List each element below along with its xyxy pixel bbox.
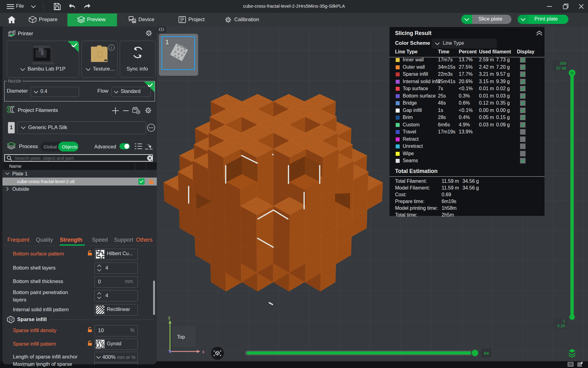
svg-text:x: x	[202, 349, 205, 354]
svg-text:57.48: 57.48	[556, 66, 566, 71]
svg-text:1: 1	[563, 319, 565, 323]
svg-text:0.20: 0.20	[557, 324, 565, 328]
svg-text:94: 94	[484, 351, 489, 356]
svg-text:359: 359	[560, 61, 566, 66]
svg-text:Top: Top	[177, 334, 185, 339]
svg-text:y: y	[168, 315, 171, 320]
svg-text:i: i	[111, 45, 112, 50]
